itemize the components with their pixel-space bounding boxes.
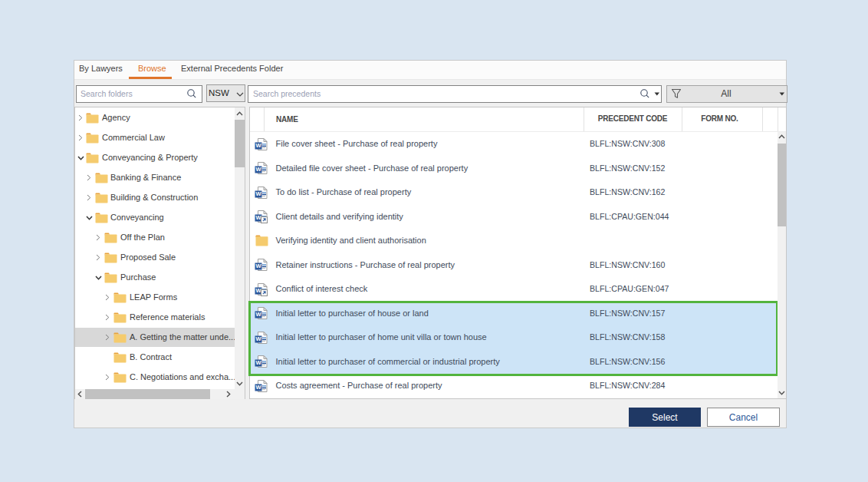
svg-text:W: W	[255, 384, 261, 391]
svg-text:W: W	[255, 263, 261, 270]
svg-text:W: W	[255, 167, 261, 173]
svg-text:W: W	[255, 335, 261, 342]
svg-text:W: W	[255, 312, 261, 319]
svg-text:W: W	[255, 360, 261, 367]
svg-text:W: W	[255, 190, 261, 197]
svg-text:W: W	[255, 142, 261, 149]
